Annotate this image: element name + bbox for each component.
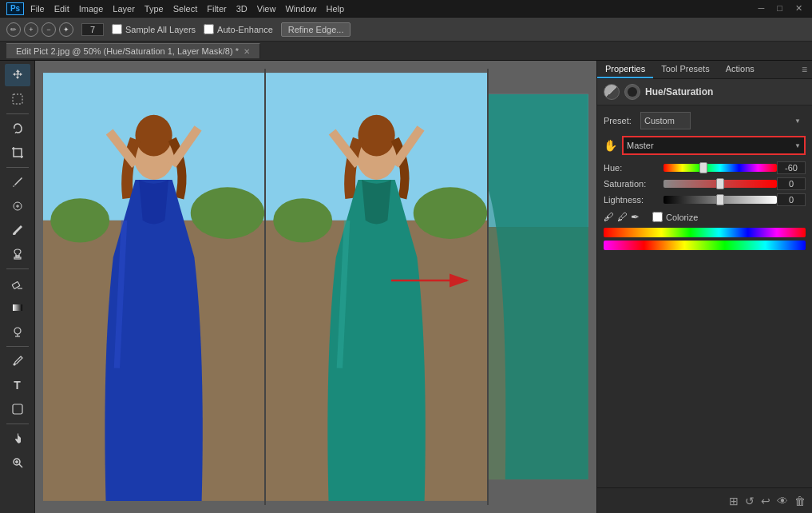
- saturation-slider-thumb[interactable]: [716, 178, 724, 189]
- tool-zoom[interactable]: [5, 451, 30, 474]
- saturation-row: Saturation:: [604, 177, 806, 190]
- menu-type[interactable]: Type: [145, 4, 164, 14]
- hue-row: Hue:: [604, 161, 806, 174]
- image-panel-3: [489, 69, 588, 505]
- brush-tool-icon[interactable]: ✏: [6, 22, 21, 37]
- sample-layers-checkbox[interactable]: [112, 24, 122, 34]
- colorize-checkbox-label[interactable]: Colorize: [652, 212, 698, 222]
- toolbar-separator-1: [6, 113, 29, 114]
- channel-select[interactable]: Master Reds Yellows Greens Cyans Blues M…: [622, 136, 806, 155]
- tool-marquee[interactable]: [5, 88, 30, 110]
- brush-mode-icon3[interactable]: ✦: [59, 22, 73, 37]
- toolbar-separator-5: [6, 424, 29, 424]
- brush-mode-icon1[interactable]: +: [24, 22, 38, 37]
- panel-menu-icon[interactable]: ≡: [802, 64, 807, 75]
- maximize-button[interactable]: □: [774, 3, 786, 14]
- tool-pen[interactable]: [5, 350, 30, 372]
- menu-filter[interactable]: Filter: [207, 4, 226, 14]
- brush-mode-icon2[interactable]: −: [42, 22, 56, 37]
- tool-eyedropper[interactable]: [5, 171, 30, 193]
- colorize-label: Colorize: [666, 213, 698, 222]
- hue-result-bar: [604, 241, 806, 250]
- tool-dodge[interactable]: [5, 320, 30, 343]
- menu-edit[interactable]: Edit: [54, 4, 69, 14]
- saturation-value-input[interactable]: [777, 177, 806, 190]
- tab-tool-presets[interactable]: Tool Presets: [653, 61, 718, 78]
- document-tab[interactable]: Edit Pict 2.jpg @ 50% (Hue/Saturation 1,…: [6, 43, 260, 58]
- svg-point-10: [14, 364, 15, 365]
- tool-text[interactable]: T: [5, 374, 30, 396]
- tool-shape[interactable]: [5, 398, 30, 420]
- sample-layers-checkbox-label[interactable]: Sample All Layers: [112, 24, 196, 34]
- svg-rect-3: [16, 256, 19, 257]
- svg-point-19: [191, 187, 264, 239]
- image-panel-2: [266, 69, 489, 505]
- target-adjustment-icon[interactable]: ✋: [604, 139, 617, 152]
- menu-help[interactable]: Help: [327, 4, 345, 14]
- menu-image[interactable]: Image: [79, 4, 104, 14]
- tool-hand[interactable]: [5, 428, 30, 450]
- menu-layer[interactable]: Layer: [113, 4, 135, 14]
- svg-point-22: [135, 115, 172, 157]
- menu-3d[interactable]: 3D: [236, 4, 248, 14]
- eyedropper-group: 🖋 🖊 ✒: [604, 211, 640, 223]
- svg-point-27: [273, 198, 332, 242]
- title-bar-right: ─ □ ✕: [755, 3, 806, 14]
- auto-enhance-label: Auto-Enhance: [217, 25, 273, 34]
- hue-slider-thumb[interactable]: [699, 162, 707, 173]
- lightness-slider-thumb[interactable]: [716, 194, 724, 205]
- eyedropper-add-icon[interactable]: 🖊: [617, 211, 628, 223]
- svg-point-28: [414, 187, 487, 239]
- refine-edge-button[interactable]: Refine Edge...: [281, 22, 351, 37]
- preset-select[interactable]: Custom Default Cyanotype Sepia: [640, 112, 691, 129]
- brush-size-input[interactable]: [81, 23, 104, 36]
- close-button[interactable]: ✕: [792, 3, 806, 14]
- delete-button[interactable]: 🗑: [794, 495, 806, 507]
- channel-row: ✋ Master Reds Yellows Greens Cyans Blues…: [604, 136, 806, 155]
- menu-window[interactable]: Window: [285, 4, 316, 14]
- tool-eraser[interactable]: [5, 272, 30, 295]
- auto-enhance-checkbox-label[interactable]: Auto-Enhance: [204, 24, 273, 34]
- tool-stamp[interactable]: [5, 243, 30, 265]
- tab-properties[interactable]: Properties: [597, 61, 653, 78]
- menu-view[interactable]: View: [257, 4, 276, 14]
- tool-heal[interactable]: [5, 195, 30, 217]
- auto-enhance-checkbox[interactable]: [204, 24, 214, 34]
- tool-lasso[interactable]: [5, 117, 30, 140]
- menu-select[interactable]: Select: [173, 4, 198, 14]
- color-bars: [604, 228, 806, 250]
- panel-tabs: Properties Tool Presets Actions ≡: [597, 61, 812, 79]
- reset-button[interactable]: ↺: [745, 495, 755, 507]
- menu-file[interactable]: File: [30, 4, 45, 14]
- undo-button[interactable]: ↩: [761, 495, 770, 507]
- lightness-value-input[interactable]: [777, 193, 806, 206]
- svg-rect-11: [13, 404, 22, 414]
- tool-brush[interactable]: [5, 219, 30, 241]
- saturation-slider-track[interactable]: [663, 180, 777, 188]
- colorize-row: 🖋 🖊 ✒ Colorize: [604, 211, 806, 223]
- tab-actions[interactable]: Actions: [718, 61, 762, 78]
- hue-slider-track[interactable]: [663, 164, 777, 172]
- minimize-button[interactable]: ─: [755, 3, 768, 14]
- svg-line-13: [19, 464, 22, 467]
- lightness-label: Lightness:: [604, 195, 663, 205]
- panel-bottom-toolbar: ⊞ ↺ ↩ 👁 🗑: [597, 487, 812, 513]
- clip-to-layer-button[interactable]: ⊞: [729, 495, 739, 507]
- preset-select-wrapper: Custom Default Cyanotype Sepia: [640, 112, 806, 129]
- svg-rect-36: [489, 94, 588, 479]
- eyedropper-sub-icon[interactable]: ✒: [631, 211, 640, 223]
- tool-gradient[interactable]: [5, 296, 30, 319]
- eyedropper-set-icon[interactable]: 🖋: [604, 211, 614, 223]
- colorize-checkbox[interactable]: [652, 212, 663, 222]
- tool-move[interactable]: [5, 64, 30, 86]
- canvas-area[interactable]: [35, 61, 596, 513]
- visibility-button[interactable]: 👁: [777, 495, 788, 507]
- hue-value-input[interactable]: [777, 161, 806, 174]
- tab-close-icon[interactable]: ✕: [244, 47, 250, 56]
- lightness-slider-track[interactable]: [663, 196, 777, 204]
- lightness-row: Lightness:: [604, 193, 806, 206]
- tool-crop[interactable]: [5, 141, 30, 164]
- properties-panel: Properties Tool Presets Actions ≡ Hue/Sa…: [596, 61, 812, 513]
- title-bar-left: Ps File Edit Image Layer Type Select Fil…: [6, 2, 344, 15]
- hs-title: Hue/Saturation: [645, 86, 713, 97]
